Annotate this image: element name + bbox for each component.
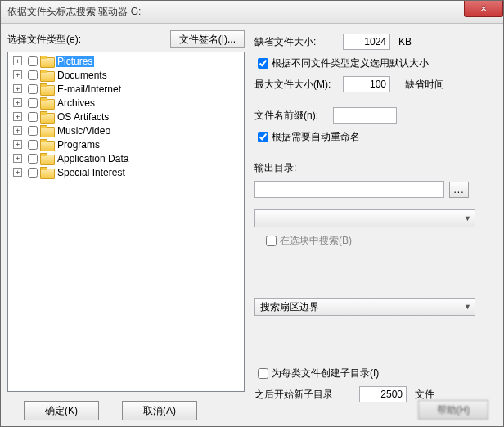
tree-item-checkbox[interactable] <box>28 112 38 122</box>
folder-icon <box>40 111 53 122</box>
folder-icon <box>40 167 53 178</box>
tree-item-label: Music/Video <box>56 125 112 137</box>
left-pane: 选择文件类型(e): 文件签名(I)... +Pictures+Document… <box>7 30 245 392</box>
use-type-default-label: 根据不同文件类型定义选用默认大小 <box>272 56 429 70</box>
folder-icon <box>40 83 53 94</box>
folder-icon <box>40 139 53 150</box>
default-time-label: 缺省时间 <box>405 78 444 92</box>
default-size-input[interactable] <box>343 34 390 50</box>
expand-icon[interactable]: + <box>13 56 22 65</box>
output-dir-input[interactable] <box>254 181 444 198</box>
expand-icon[interactable]: + <box>13 154 22 163</box>
tree-item-checkbox[interactable] <box>28 56 38 66</box>
dialog-window: 依据文件头标志搜索 驱动器 G: ✕ 选择文件类型(e): 文件签名(I)...… <box>0 0 504 427</box>
expand-icon[interactable]: + <box>13 112 22 121</box>
file-type-tree[interactable]: +Pictures+Documents+E-mail/Internet+Arch… <box>7 52 245 392</box>
folder-icon <box>40 153 53 164</box>
tree-item[interactable]: +E-mail/Internet <box>10 82 244 96</box>
tree-item-checkbox[interactable] <box>28 98 38 108</box>
chevron-down-icon: ▼ <box>464 214 471 222</box>
tree-item[interactable]: +Special Interest <box>10 165 244 179</box>
folder-icon <box>40 125 53 136</box>
prefix-label: 文件名前缀(n): <box>254 109 333 123</box>
output-dir-label: 输出目录: <box>254 161 296 175</box>
left-header: 选择文件类型(e): 文件签名(I)... <box>7 30 245 48</box>
tree-item-checkbox[interactable] <box>28 154 38 164</box>
blurred-button[interactable]: 帮助(H) <box>418 400 488 420</box>
tree-item-label: Pictures <box>56 56 94 67</box>
expand-icon[interactable]: + <box>13 70 22 79</box>
sector-boundary-combo[interactable]: 搜索扇区边界 ▼ <box>254 298 475 316</box>
browse-button[interactable]: ... <box>449 182 469 198</box>
tree-item-label: Programs <box>56 139 101 151</box>
expand-icon[interactable]: + <box>13 84 22 93</box>
expand-icon[interactable]: + <box>13 140 22 149</box>
tree-item[interactable]: +Pictures <box>10 54 244 68</box>
close-button[interactable]: ✕ <box>464 1 503 17</box>
search-in-block-checkbox[interactable] <box>266 236 277 246</box>
titlebar: 依据文件头标志搜索 驱动器 G: ✕ <box>1 1 503 24</box>
combo-1[interactable]: ▼ <box>254 209 475 227</box>
default-size-label: 缺省文件大小: <box>254 35 343 49</box>
tree-item-checkbox[interactable] <box>28 70 38 80</box>
tree-item[interactable]: +Documents <box>10 68 244 82</box>
folder-icon <box>40 56 53 66</box>
tree-item[interactable]: +Music/Video <box>10 124 244 137</box>
folder-icon <box>40 70 53 80</box>
tree-item-checkbox[interactable] <box>28 84 38 94</box>
tree-item-label: OS Artifacts <box>56 111 110 123</box>
expand-icon[interactable]: + <box>13 126 22 135</box>
chevron-down-icon: ▼ <box>464 303 471 311</box>
max-size-label: 最大文件大小(M): <box>254 78 343 92</box>
ellipsis-icon: ... <box>453 184 464 196</box>
dialog-body: 选择文件类型(e): 文件签名(I)... +Pictures+Document… <box>1 24 503 395</box>
tree-item[interactable]: +Programs <box>10 137 244 151</box>
right-pane: 缺省文件大小: KB 根据不同文件类型定义选用默认大小 最大文件大小(M): 缺… <box>251 30 497 392</box>
auto-rename-label: 根据需要自动重命名 <box>272 130 360 144</box>
expand-icon[interactable]: + <box>13 98 22 107</box>
expand-icon[interactable]: + <box>13 168 22 177</box>
tree-item-label: Special Interest <box>56 167 127 178</box>
auto-rename-checkbox[interactable] <box>258 132 268 142</box>
search-in-block-label: 在选块中搜索(B) <box>280 234 352 248</box>
use-type-default-checkbox[interactable] <box>258 58 268 69</box>
ok-button[interactable]: 确定(K) <box>24 401 99 420</box>
max-size-input[interactable] <box>343 76 390 92</box>
tree-item[interactable]: +Archives <box>10 96 244 110</box>
sector-boundary-value: 搜索扇区边界 <box>260 300 319 314</box>
file-signature-button[interactable]: 文件签名(I)... <box>170 30 245 48</box>
tree-item-label: Application Data <box>56 153 130 164</box>
default-size-unit: KB <box>398 36 412 47</box>
create-subdir-checkbox[interactable] <box>258 368 268 379</box>
tree-item-label: Archives <box>56 97 97 109</box>
tree-item[interactable]: +OS Artifacts <box>10 110 244 124</box>
folder-icon <box>40 97 53 108</box>
prefix-input[interactable] <box>333 107 397 124</box>
tree-item-checkbox[interactable] <box>28 140 38 150</box>
window-title: 依据文件头标志搜索 驱动器 G: <box>7 5 141 19</box>
tree-item-checkbox[interactable] <box>28 168 38 178</box>
tree-item-label: E-mail/Internet <box>56 83 123 95</box>
cancel-button[interactable]: 取消(A) <box>122 401 197 420</box>
tree-item-label: Documents <box>56 70 109 81</box>
select-file-type-label: 选择文件类型(e): <box>7 33 81 47</box>
tree-item[interactable]: +Application Data <box>10 151 244 165</box>
bottom-bar: 确定(K) 取消(A) 帮助(H) <box>1 395 503 426</box>
tree-item-checkbox[interactable] <box>28 126 38 136</box>
create-subdir-label: 为每类文件创建子目录(f) <box>272 366 379 380</box>
